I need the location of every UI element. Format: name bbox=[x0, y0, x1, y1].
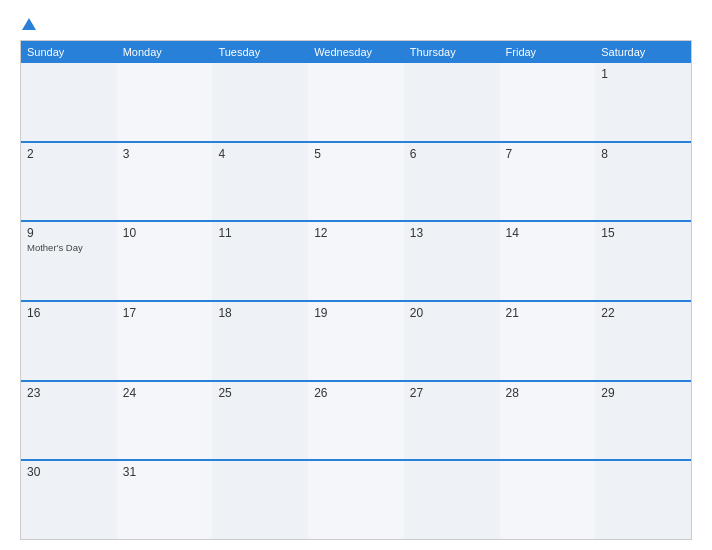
day-number: 11 bbox=[218, 226, 302, 240]
day-cell: 24 bbox=[117, 382, 213, 460]
day-cell bbox=[500, 63, 596, 141]
week-row-2: 9Mother's Day101112131415 bbox=[21, 220, 691, 300]
day-cell: 26 bbox=[308, 382, 404, 460]
day-number: 16 bbox=[27, 306, 111, 320]
day-number: 28 bbox=[506, 386, 590, 400]
day-cell: 19 bbox=[308, 302, 404, 380]
day-cell: 1 bbox=[595, 63, 691, 141]
day-header-thursday: Thursday bbox=[404, 41, 500, 63]
day-cell: 23 bbox=[21, 382, 117, 460]
day-number: 1 bbox=[601, 67, 685, 81]
day-cell: 20 bbox=[404, 302, 500, 380]
day-cell: 14 bbox=[500, 222, 596, 300]
calendar: SundayMondayTuesdayWednesdayThursdayFrid… bbox=[20, 40, 692, 540]
day-cell bbox=[595, 461, 691, 539]
day-cell bbox=[404, 63, 500, 141]
day-number: 23 bbox=[27, 386, 111, 400]
day-cell: 25 bbox=[212, 382, 308, 460]
day-cell bbox=[308, 63, 404, 141]
day-number: 26 bbox=[314, 386, 398, 400]
calendar-page: SundayMondayTuesdayWednesdayThursdayFrid… bbox=[0, 0, 712, 550]
header bbox=[20, 18, 692, 30]
day-cell: 12 bbox=[308, 222, 404, 300]
day-header-friday: Friday bbox=[500, 41, 596, 63]
week-row-0: 1 bbox=[21, 63, 691, 141]
day-number: 9 bbox=[27, 226, 111, 240]
day-number: 19 bbox=[314, 306, 398, 320]
day-cell: 5 bbox=[308, 143, 404, 221]
day-cell bbox=[308, 461, 404, 539]
day-cell: 18 bbox=[212, 302, 308, 380]
calendar-body: 123456789Mother's Day1011121314151617181… bbox=[21, 63, 691, 539]
day-cell: 3 bbox=[117, 143, 213, 221]
day-number: 5 bbox=[314, 147, 398, 161]
day-cell: 2 bbox=[21, 143, 117, 221]
day-cell: 29 bbox=[595, 382, 691, 460]
day-cell: 8 bbox=[595, 143, 691, 221]
day-cell bbox=[404, 461, 500, 539]
day-number: 10 bbox=[123, 226, 207, 240]
week-row-4: 23242526272829 bbox=[21, 380, 691, 460]
day-number: 6 bbox=[410, 147, 494, 161]
day-number: 20 bbox=[410, 306, 494, 320]
day-header-saturday: Saturday bbox=[595, 41, 691, 63]
day-cell: 30 bbox=[21, 461, 117, 539]
day-cell: 4 bbox=[212, 143, 308, 221]
day-cell: 9Mother's Day bbox=[21, 222, 117, 300]
day-cell: 17 bbox=[117, 302, 213, 380]
day-cell bbox=[500, 461, 596, 539]
day-number: 2 bbox=[27, 147, 111, 161]
week-row-5: 3031 bbox=[21, 459, 691, 539]
day-cell: 6 bbox=[404, 143, 500, 221]
day-header-sunday: Sunday bbox=[21, 41, 117, 63]
day-number: 14 bbox=[506, 226, 590, 240]
logo-triangle-icon bbox=[22, 18, 36, 30]
day-cell: 22 bbox=[595, 302, 691, 380]
day-cell: 27 bbox=[404, 382, 500, 460]
day-cell bbox=[212, 461, 308, 539]
day-number: 31 bbox=[123, 465, 207, 479]
day-number: 13 bbox=[410, 226, 494, 240]
day-cell: 31 bbox=[117, 461, 213, 539]
week-row-3: 16171819202122 bbox=[21, 300, 691, 380]
day-cell: 15 bbox=[595, 222, 691, 300]
day-number: 7 bbox=[506, 147, 590, 161]
day-number: 18 bbox=[218, 306, 302, 320]
day-number: 21 bbox=[506, 306, 590, 320]
day-cell bbox=[117, 63, 213, 141]
day-number: 8 bbox=[601, 147, 685, 161]
day-number: 12 bbox=[314, 226, 398, 240]
day-cell: 10 bbox=[117, 222, 213, 300]
day-number: 27 bbox=[410, 386, 494, 400]
day-cell bbox=[212, 63, 308, 141]
day-number: 30 bbox=[27, 465, 111, 479]
day-cell: 11 bbox=[212, 222, 308, 300]
day-header-tuesday: Tuesday bbox=[212, 41, 308, 63]
day-number: 29 bbox=[601, 386, 685, 400]
day-number: 22 bbox=[601, 306, 685, 320]
day-header-wednesday: Wednesday bbox=[308, 41, 404, 63]
day-cell: 13 bbox=[404, 222, 500, 300]
day-number: 4 bbox=[218, 147, 302, 161]
day-number: 3 bbox=[123, 147, 207, 161]
day-header-monday: Monday bbox=[117, 41, 213, 63]
day-number: 17 bbox=[123, 306, 207, 320]
day-cell: 28 bbox=[500, 382, 596, 460]
logo bbox=[20, 18, 38, 30]
day-event: Mother's Day bbox=[27, 242, 83, 253]
day-number: 24 bbox=[123, 386, 207, 400]
day-cell: 7 bbox=[500, 143, 596, 221]
day-cell: 21 bbox=[500, 302, 596, 380]
day-number: 15 bbox=[601, 226, 685, 240]
week-row-1: 2345678 bbox=[21, 141, 691, 221]
day-cell: 16 bbox=[21, 302, 117, 380]
day-headers: SundayMondayTuesdayWednesdayThursdayFrid… bbox=[21, 41, 691, 63]
day-cell bbox=[21, 63, 117, 141]
day-number: 25 bbox=[218, 386, 302, 400]
